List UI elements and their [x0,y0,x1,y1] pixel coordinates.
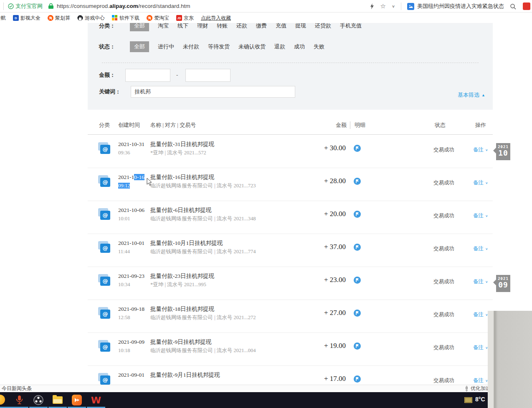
microphone-icon[interactable] [14,395,24,405]
remark-link[interactable]: 备注∨ [473,377,488,384]
detail-flag-icon[interactable] [354,310,361,317]
row-party: 临沂超钱网络服务有限公司 | 流水号 2021...723 [150,182,256,189]
remark-link[interactable]: 备注∨ [473,278,488,285]
extension-icon[interactable] [523,3,530,10]
row-date: 2021-09-01 [118,372,144,378]
news-ticker[interactable]: 美国纽约州因疫情进入灾难紧急状态 [407,3,504,10]
category-filter-row: 分类： 全部 淘宝 线下 理财 转账 还款 缴费 充值 提现 还贷款 手机充值 [99,23,362,33]
batch-payment-icon: @ [98,142,111,154]
chevron-down-icon: ∨ [485,181,488,185]
status-label: 状态： [99,43,115,50]
taobao-icon: 淘 [48,15,53,21]
chevron-down-icon: ∨ [485,214,488,218]
category-option[interactable]: 还贷款 [315,23,331,30]
https-lock-icon[interactable] [48,3,53,9]
url-text[interactable]: https://consumeprod.alipay.com/record/st… [57,3,190,9]
keyboard-icon[interactable] [464,397,472,403]
status-option[interactable]: 失败 [314,43,324,50]
status-option[interactable]: 进行中 [158,43,174,50]
category-option-all[interactable]: 全部 [130,23,149,31]
bookmark-nav[interactable]: 导航 [0,15,6,22]
row-amount: + 23.00 [288,276,346,284]
status-option[interactable]: 等待发货 [208,43,230,50]
category-option[interactable]: 理财 [197,23,208,30]
bookmark-aitaobao[interactable]: 淘 爱淘宝 [147,15,169,22]
keyword-input[interactable] [131,86,295,98]
amount-max-input[interactable] [185,69,231,82]
wps-icon[interactable]: W [91,395,101,405]
remark-link[interactable]: 备注∨ [473,245,488,252]
row-date: 2021-10-01 [118,240,144,247]
header-category: 分类 [99,121,110,129]
detail-flag-icon[interactable] [354,277,361,284]
category-option[interactable]: 充值 [276,23,286,30]
bookmark-juhuasuan[interactable]: 淘 聚划算 [48,15,70,22]
detail-flag-icon[interactable] [354,211,361,218]
batch-payment-icon: @ [98,208,111,220]
category-option[interactable]: 缴费 [256,23,267,30]
remark-link[interactable]: 备注∨ [473,146,488,154]
remark-link[interactable]: 备注∨ [473,179,488,186]
webcam-overlay [488,311,532,408]
status-option-all[interactable]: 全部 [130,41,149,52]
remark-link[interactable]: 备注∨ [473,311,488,318]
site-verified-badge[interactable]: 支付宝官网 [8,3,43,10]
status-text[interactable]: 今日新闻头条 [2,385,32,392]
detail-flag-icon[interactable] [354,244,361,251]
flash-icon[interactable] [370,3,374,9]
category-option[interactable]: 转账 [217,23,228,30]
screen-recorder-icon[interactable] [72,395,82,405]
bookmark-star-icon[interactable]: ☆ [380,3,385,10]
batch-payment-icon: @ [98,373,111,385]
weather-temperature[interactable]: 8°C [475,396,485,403]
category-option[interactable]: 提现 [295,23,306,30]
detail-flag-icon[interactable] [354,145,361,152]
row-status: 交易成功 [433,311,454,318]
category-label: 分类： [99,23,115,30]
row-amount: + 17.00 [288,375,346,383]
transaction-row: @ 2021-09-18 12:58 批量付款-18日挂机邦提现 临沂超钱网络服… [88,300,493,333]
header-created-time: 创建时间 [118,121,140,129]
chevron-down-icon[interactable]: ∨ [392,4,395,8]
row-title: 批量付款-23日挂机邦提现 [150,272,214,280]
bookmark-import-link[interactable]: 点此导入收藏 [201,15,231,22]
detail-flag-icon[interactable] [354,375,361,383]
row-status: 交易成功 [433,377,454,384]
status-option[interactable]: 成功 [294,43,305,50]
status-option[interactable]: 未付款 [183,43,199,50]
remark-link[interactable]: 备注∨ [473,212,488,219]
status-option[interactable]: 退款 [274,43,285,50]
status-option[interactable]: 未确认收货 [238,43,266,50]
row-amount: + 19.00 [288,342,346,350]
row-time: 11:44 [118,249,130,255]
bookmark-software-download[interactable]: 软件下载 [112,15,139,22]
row-title: 批量付款-9日挂机邦提现 [150,338,211,346]
bookmark-yingshi[interactable]: D 影视大全 [13,15,41,22]
category-option[interactable]: 还款 [236,23,247,30]
basic-filter-link[interactable]: 基本筛选▲ [458,91,485,99]
transaction-row: @ 2021-10-01 11:44 批量付款-10月1日挂机邦提现 临沂超钱网… [88,234,493,267]
header-amount: 金额 [305,121,347,129]
bookmark-jd[interactable]: JD 京东 [176,15,194,22]
category-option[interactable]: 线下 [177,23,188,30]
month-badge-2021-10: 2021 10 [496,143,510,160]
search-icon[interactable] [510,3,516,10]
bookmark-game-center[interactable]: 游戏中心 [77,15,105,22]
divider [401,3,401,10]
detail-flag-icon[interactable] [354,343,361,350]
browser-status-bar: 今日新闻头条 优化加速 [0,385,532,392]
row-time: 10:18 [118,348,130,354]
file-explorer-icon[interactable] [53,395,63,405]
detail-flag-icon[interactable] [354,178,361,185]
taobao-icon: 淘 [147,15,152,21]
category-option[interactable]: 手机充值 [340,23,362,30]
divider [102,63,479,63]
category-option[interactable]: 淘宝 [158,23,169,30]
app-icon-orange[interactable] [0,395,5,405]
table-header: 分类 创建时间 名称 | 对方 | 交易号 金额 明细 状态 操作 [88,119,493,131]
chevron-down-icon: ∨ [485,280,488,284]
remark-link[interactable]: 备注∨ [473,344,488,351]
amount-min-input[interactable] [125,69,170,82]
obs-icon[interactable] [33,395,43,405]
optimize-link[interactable]: 优化加速 [464,385,491,392]
